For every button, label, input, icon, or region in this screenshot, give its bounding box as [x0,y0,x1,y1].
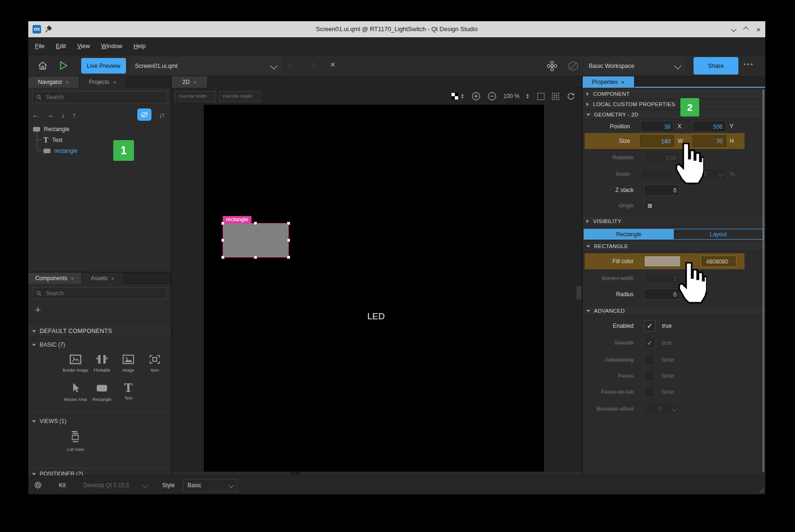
kit-value[interactable]: Desktop Qt 5.15.5 [84,482,129,489]
kit-selector-icon[interactable] [546,60,558,72]
close-icon[interactable]: × [113,79,117,86]
close-document-icon[interactable]: × [330,60,335,70]
resize-handle-n[interactable] [254,222,257,225]
resize-handle-e[interactable] [287,239,290,242]
component-item[interactable]: Item [142,354,168,373]
scale-field[interactable] [640,168,674,180]
tree-item-text[interactable]: T Text [43,134,62,145]
component-list-view[interactable]: List View [62,430,89,452]
section-component[interactable]: COMPONENT [583,89,765,99]
section-visibility[interactable]: VISIBILITY [583,216,765,226]
qml-root-canvas[interactable]: LED [204,105,544,472]
focus-checkbox[interactable] [644,370,655,382]
minimize-button[interactable] [731,26,736,32]
section-geometry-2d[interactable]: GEOMETRY - 2D [583,109,765,120]
tab-assets[interactable]: Assets × [82,273,124,284]
share-button[interactable]: Share [694,57,738,75]
show-hidden-items-button[interactable] [137,108,151,121]
component-image[interactable]: Image [115,354,142,373]
component-text[interactable]: T Text [115,382,142,400]
component-border-image[interactable]: Border Image [62,354,89,373]
resize-handle-sw[interactable] [221,256,225,259]
zoom-in-icon[interactable] [471,91,481,101]
focus-on-tab-checkbox[interactable] [644,386,655,398]
navigator-search[interactable] [32,91,167,103]
file-selector-dropdown[interactable]: Screen01.ui.qml [130,57,281,75]
tab-layout-mode[interactable]: Layout [674,229,763,239]
back-icon[interactable] [288,63,293,68]
run-icon[interactable] [59,61,68,70]
move-down-icon[interactable]: ↓ [61,111,65,118]
code-disabled-icon[interactable] [568,60,579,72]
resize-handle-ne[interactable] [287,222,290,225]
tab-projects[interactable]: Projects × [79,76,126,88]
close-icon[interactable]: × [66,79,69,86]
override-height-input[interactable] [222,93,258,99]
menu-view[interactable]: View [77,43,90,50]
component-mouse-area[interactable]: Mouse Area [62,382,89,402]
canvas-vscrollbar-thumb[interactable] [577,286,581,299]
section-views[interactable]: VIEWS (1) [32,418,67,424]
home-icon[interactable] [38,61,48,70]
component-flickable[interactable]: Flickable [89,354,115,373]
component-rectangle[interactable]: Rectangle [89,382,115,402]
components-search-input[interactable] [45,290,163,297]
baseline-offset-dropdown[interactable]: 0 [644,403,680,415]
section-rectangle[interactable]: RECTANGLE [583,241,765,251]
override-width-input[interactable] [177,93,213,99]
window-resize-grip[interactable] [758,487,764,493]
menu-help[interactable]: Help [134,43,146,50]
tab-rectangle-mode[interactable]: Rectangle [584,229,674,239]
resize-handle-nw[interactable] [221,222,225,225]
zoom-out-icon[interactable] [487,91,497,101]
move-left-icon[interactable]: ← [32,111,39,118]
position-y-field[interactable]: 506 [693,121,726,132]
led-text-item[interactable]: LED [362,311,390,322]
close-icon[interactable]: × [111,275,115,282]
properties-scrollbar[interactable] [762,90,764,472]
navigator-search-input[interactable] [45,93,163,101]
size-width-field[interactable]: 140 [640,135,674,147]
background-color-icon[interactable] [452,93,458,100]
tab-properties[interactable]: Properties × [583,76,635,88]
close-icon[interactable]: × [621,79,625,86]
tab-components[interactable]: Components × [28,273,82,284]
settings-gear-icon[interactable] [34,481,42,489]
tab-navigator[interactable]: Navigator × [28,76,79,88]
more-options-icon[interactable]: ••• [744,61,754,68]
workspace-dropdown[interactable]: Basic Workspace [584,57,685,75]
resize-handle-se[interactable] [287,256,290,259]
enabled-checkbox[interactable]: ✓ [644,320,655,332]
origin-selector[interactable] [644,200,655,211]
zoom-spinner-icon[interactable] [526,94,529,99]
canvas-hscrollbar[interactable] [172,472,582,475]
add-module-button[interactable]: + [35,304,41,316]
zoom-to-selection-icon[interactable] [552,93,559,100]
move-up-icon[interactable]: ↑ [73,111,76,118]
position-x-field[interactable]: 38 [640,121,674,132]
style-dropdown[interactable]: Basic [183,479,237,491]
tree-item-root-rectangle[interactable]: Rectangle [33,124,69,134]
section-basic[interactable]: BASIC (7) [32,341,65,348]
smooth-checkbox[interactable]: ✓ [644,337,655,349]
fit-to-screen-icon[interactable] [537,93,544,100]
tab-2d[interactable]: 2D × [172,76,208,88]
forward-icon[interactable] [310,63,315,68]
selected-rectangle-item[interactable] [223,223,289,258]
section-advanced[interactable]: ADVANCED [583,306,765,316]
reverse-order-icon[interactable]: ↓↑ [159,111,164,118]
menu-window[interactable]: Window [101,43,122,50]
menu-file[interactable]: File [35,43,44,50]
close-icon[interactable]: × [193,79,197,86]
reset-view-icon[interactable] [567,92,575,100]
background-spinner-icon[interactable] [461,94,464,99]
menu-edit[interactable]: Edit [56,43,66,50]
section-default-components[interactable]: DEFAULT COMPONENTS [28,325,171,337]
tree-item-rectangle-selected[interactable]: rectangle [43,145,77,156]
antialiasing-checkbox[interactable] [644,354,655,366]
resize-handle-w[interactable] [221,239,225,242]
close-icon[interactable]: × [71,275,75,282]
hscrollbar-thumb[interactable] [290,472,301,475]
move-right-icon[interactable]: → [47,111,54,118]
close-window-button[interactable]: × [756,26,761,33]
